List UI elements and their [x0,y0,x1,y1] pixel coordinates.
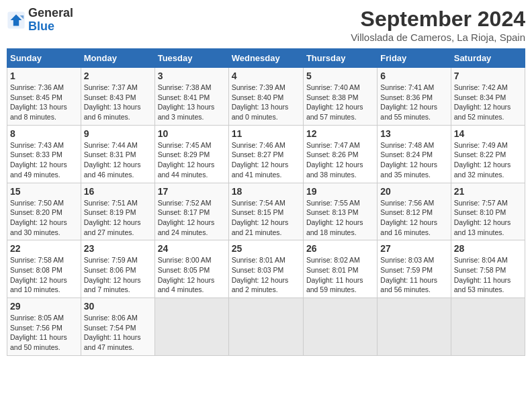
day-info: Sunrise: 8:03 AM Sunset: 7:59 PM Dayligh… [380,255,447,295]
weekday-header-monday: Monday [81,49,154,68]
day-info: Sunrise: 7:38 AM Sunset: 8:41 PM Dayligh… [158,83,226,122]
day-info: Sunrise: 7:57 AM Sunset: 8:10 PM Dayligh… [454,198,522,238]
day-cell: 28Sunrise: 8:04 AM Sunset: 7:58 PM Dayli… [451,240,525,298]
title-block: September 2024 Villoslada de Cameros, La… [351,7,525,43]
day-info: Sunrise: 7:51 AM Sunset: 8:19 PM Dayligh… [84,198,152,238]
week-row-2: 8Sunrise: 7:43 AM Sunset: 8:33 PM Daylig… [7,125,525,183]
day-number: 5 [306,71,374,81]
day-number: 15 [10,186,78,197]
day-number: 26 [306,243,374,254]
day-cell: 20Sunrise: 7:56 AM Sunset: 8:12 PM Dayli… [378,183,451,240]
day-cell: 5Sunrise: 7:40 AM Sunset: 8:38 PM Daylig… [303,68,377,126]
month-title: September 2024 [351,7,525,32]
day-number: 28 [454,243,522,254]
week-row-1: 1Sunrise: 7:36 AM Sunset: 8:45 PM Daylig… [7,68,525,126]
day-number: 16 [84,186,152,197]
day-cell: 24Sunrise: 8:00 AM Sunset: 8:05 PM Dayli… [154,240,228,298]
day-cell: 23Sunrise: 7:59 AM Sunset: 8:06 PM Dayli… [81,240,154,298]
day-info: Sunrise: 7:40 AM Sunset: 8:38 PM Dayligh… [306,83,374,122]
day-cell [228,298,303,356]
day-info: Sunrise: 7:42 AM Sunset: 8:34 PM Dayligh… [454,83,522,122]
day-info: Sunrise: 7:36 AM Sunset: 8:45 PM Dayligh… [10,83,78,122]
weekday-header-row: SundayMondayTuesdayWednesdayThursdayFrid… [7,49,525,68]
day-cell: 19Sunrise: 7:55 AM Sunset: 8:13 PM Dayli… [303,183,377,240]
day-cell: 6Sunrise: 7:41 AM Sunset: 8:36 PM Daylig… [378,68,451,126]
day-cell: 4Sunrise: 7:39 AM Sunset: 8:40 PM Daylig… [228,68,303,126]
logo-line1: General [28,7,73,20]
location: Villoslada de Cameros, La Rioja, Spain [351,32,525,43]
day-number: 18 [232,186,300,197]
day-number: 24 [158,243,226,254]
day-cell: 7Sunrise: 7:42 AM Sunset: 8:34 PM Daylig… [451,68,525,126]
day-cell [378,298,451,356]
day-info: Sunrise: 7:47 AM Sunset: 8:26 PM Dayligh… [306,140,374,180]
day-cell: 15Sunrise: 7:50 AM Sunset: 8:20 PM Dayli… [7,183,81,240]
weekday-header-wednesday: Wednesday [228,49,303,68]
logo-line2: Blue [28,20,73,34]
day-cell: 29Sunrise: 8:05 AM Sunset: 7:56 PM Dayli… [7,298,81,356]
week-row-5: 29Sunrise: 8:05 AM Sunset: 7:56 PM Dayli… [7,298,525,356]
day-cell: 16Sunrise: 7:51 AM Sunset: 8:19 PM Dayli… [81,183,154,240]
page-header: General Blue September 2024 Villoslada d… [7,7,525,43]
day-info: Sunrise: 7:39 AM Sunset: 8:40 PM Dayligh… [232,83,300,122]
day-info: Sunrise: 8:04 AM Sunset: 7:58 PM Dayligh… [454,255,522,295]
day-number: 11 [232,128,300,139]
day-number: 17 [158,186,226,197]
day-cell: 3Sunrise: 7:38 AM Sunset: 8:41 PM Daylig… [154,68,228,126]
day-number: 30 [84,301,152,312]
day-info: Sunrise: 7:46 AM Sunset: 8:27 PM Dayligh… [232,140,300,180]
day-cell: 25Sunrise: 8:01 AM Sunset: 8:03 PM Dayli… [228,240,303,298]
day-cell: 10Sunrise: 7:45 AM Sunset: 8:29 PM Dayli… [154,125,228,183]
day-info: Sunrise: 7:50 AM Sunset: 8:20 PM Dayligh… [10,198,78,238]
day-number: 2 [84,71,152,81]
week-row-3: 15Sunrise: 7:50 AM Sunset: 8:20 PM Dayli… [7,183,525,240]
day-info: Sunrise: 7:52 AM Sunset: 8:17 PM Dayligh… [158,198,226,238]
day-cell: 26Sunrise: 8:02 AM Sunset: 8:01 PM Dayli… [303,240,377,298]
day-info: Sunrise: 7:48 AM Sunset: 8:24 PM Dayligh… [380,140,447,180]
day-cell: 27Sunrise: 8:03 AM Sunset: 7:59 PM Dayli… [378,240,451,298]
day-cell: 22Sunrise: 7:58 AM Sunset: 8:08 PM Dayli… [7,240,81,298]
day-info: Sunrise: 8:06 AM Sunset: 7:54 PM Dayligh… [84,313,152,353]
day-number: 27 [380,243,447,254]
day-cell: 17Sunrise: 7:52 AM Sunset: 8:17 PM Dayli… [154,183,228,240]
day-info: Sunrise: 8:00 AM Sunset: 8:05 PM Dayligh… [158,255,226,295]
day-cell: 11Sunrise: 7:46 AM Sunset: 8:27 PM Dayli… [228,125,303,183]
day-cell: 21Sunrise: 7:57 AM Sunset: 8:10 PM Dayli… [451,183,525,240]
day-cell: 18Sunrise: 7:54 AM Sunset: 8:15 PM Dayli… [228,183,303,240]
day-number: 4 [232,71,300,81]
day-number: 23 [84,243,152,254]
day-info: Sunrise: 7:54 AM Sunset: 8:15 PM Dayligh… [232,198,300,238]
day-number: 9 [84,128,152,139]
day-info: Sunrise: 7:56 AM Sunset: 8:12 PM Dayligh… [380,198,447,238]
day-number: 7 [454,71,522,81]
day-cell: 13Sunrise: 7:48 AM Sunset: 8:24 PM Dayli… [378,125,451,183]
day-info: Sunrise: 7:59 AM Sunset: 8:06 PM Dayligh… [84,255,152,295]
weekday-header-friday: Friday [378,49,451,68]
day-info: Sunrise: 8:02 AM Sunset: 8:01 PM Dayligh… [306,255,374,295]
day-cell: 30Sunrise: 8:06 AM Sunset: 7:54 PM Dayli… [81,298,154,356]
day-cell: 8Sunrise: 7:43 AM Sunset: 8:33 PM Daylig… [7,125,81,183]
day-info: Sunrise: 7:41 AM Sunset: 8:36 PM Dayligh… [380,83,447,122]
logo: General Blue [7,7,73,34]
day-number: 22 [10,243,78,254]
day-cell: 1Sunrise: 7:36 AM Sunset: 8:45 PM Daylig… [7,68,81,126]
day-info: Sunrise: 7:55 AM Sunset: 8:13 PM Dayligh… [306,198,374,238]
day-number: 19 [306,186,374,197]
day-number: 25 [232,243,300,254]
day-cell [154,298,228,356]
day-number: 14 [454,128,522,139]
weekday-header-thursday: Thursday [303,49,377,68]
week-row-4: 22Sunrise: 7:58 AM Sunset: 8:08 PM Dayli… [7,240,525,298]
day-number: 21 [454,186,522,197]
day-number: 3 [158,71,226,81]
day-info: Sunrise: 7:58 AM Sunset: 8:08 PM Dayligh… [10,255,78,295]
day-number: 1 [10,71,78,81]
day-cell [303,298,377,356]
day-info: Sunrise: 7:44 AM Sunset: 8:31 PM Dayligh… [84,140,152,180]
day-cell: 12Sunrise: 7:47 AM Sunset: 8:26 PM Dayli… [303,125,377,183]
calendar-table: SundayMondayTuesdayWednesdayThursdayFrid… [7,48,525,356]
day-cell: 14Sunrise: 7:49 AM Sunset: 8:22 PM Dayli… [451,125,525,183]
day-number: 12 [306,128,374,139]
day-number: 6 [380,71,447,81]
day-number: 8 [10,128,78,139]
